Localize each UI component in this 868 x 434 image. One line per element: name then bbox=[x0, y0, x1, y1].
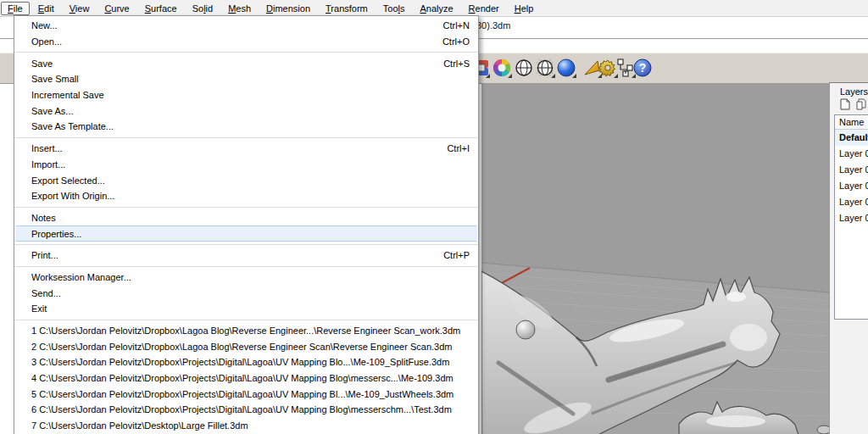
menu-item-label: Insert... bbox=[31, 143, 447, 153]
menu-item-shortcut: Ctrl+S bbox=[443, 58, 470, 69]
menu-curve[interactable]: Curve bbox=[97, 2, 136, 15]
file-menu-item-save[interactable]: SaveCtrl+S bbox=[14, 55, 478, 71]
new-sublayer-icon[interactable] bbox=[856, 98, 866, 112]
menubar: FileEditViewCurveSurfaceSolidMeshDimensi… bbox=[0, 0, 868, 17]
menu-dimension[interactable]: Dimension bbox=[259, 2, 317, 15]
file-menu-item-save-as-template[interactable]: Save As Template... bbox=[14, 119, 478, 135]
menu-separator bbox=[14, 320, 478, 320]
perspective-viewport[interactable] bbox=[481, 82, 829, 434]
menu-solid[interactable]: Solid bbox=[186, 2, 220, 15]
menu-item-label: 5 C:\Users\Jordan Pelovitz\Dropbox\Proje… bbox=[31, 389, 470, 399]
menu-item-label: Worksession Manager... bbox=[31, 272, 470, 282]
layer-row-layer-02[interactable]: Layer 02 bbox=[835, 162, 868, 178]
layers-column-name[interactable]: Name bbox=[835, 115, 868, 130]
menu-surface[interactable]: Surface bbox=[138, 2, 184, 15]
help-icon[interactable]: ? bbox=[632, 58, 653, 78]
menu-item-label: Print... bbox=[31, 250, 443, 260]
file-menu-item-send[interactable]: Send... bbox=[14, 285, 478, 301]
file-menu-item-notes[interactable]: Notes bbox=[14, 210, 478, 226]
menu-item-label: Save Small bbox=[31, 74, 470, 84]
layer-row-default[interactable]: Default bbox=[835, 130, 868, 146]
menu-view[interactable]: View bbox=[63, 2, 97, 15]
menu-help[interactable]: Help bbox=[508, 2, 541, 15]
menu-item-shortcut: Ctrl+P bbox=[443, 250, 470, 260]
menu-separator bbox=[14, 137, 478, 138]
file-menu-item-open[interactable]: Open...Ctrl+O bbox=[14, 34, 478, 50]
menu-item-label: Save bbox=[31, 58, 443, 69]
menu-item-label: Properties... bbox=[31, 229, 470, 239]
file-menu-item-import[interactable]: Import... bbox=[14, 157, 478, 173]
menu-item-shortcut: Ctrl+I bbox=[447, 143, 470, 153]
menu-item-label: Save As... bbox=[31, 106, 470, 116]
file-menu-item-worksession-manager[interactable]: Worksession Manager... bbox=[14, 270, 478, 286]
file-menu-item-recent-file-2[interactable]: 2 C:\Users\Jordan Pelovitz\Dropbox\Lagoa… bbox=[14, 338, 478, 354]
menu-item-label: Send... bbox=[31, 288, 470, 298]
color-wheel-icon[interactable] bbox=[492, 58, 512, 78]
menu-item-label: Open... bbox=[31, 36, 442, 47]
menu-item-label: Notes bbox=[31, 213, 470, 223]
command-history-text: 30).3dm bbox=[476, 20, 510, 31]
menu-item-label: 3 C:\Users\Jordan Pelovitz\Dropbox\Proje… bbox=[31, 357, 470, 367]
menu-item-shortcut: Ctrl+O bbox=[442, 36, 470, 47]
layers-panel-toolbar bbox=[840, 98, 866, 112]
file-menu-item-exit[interactable]: Exit bbox=[14, 301, 478, 317]
menu-item-label: Export Selected... bbox=[31, 175, 470, 186]
file-menu-item-incremental-save[interactable]: Incremental Save bbox=[14, 87, 478, 103]
file-menu: New...Ctrl+NOpen...Ctrl+OSaveCtrl+SSave … bbox=[14, 15, 479, 434]
menu-analyze[interactable]: Analyze bbox=[413, 2, 459, 15]
menu-item-label: 7 C:\Users\Jordan Pelovitz\Desktop\Large… bbox=[31, 420, 470, 431]
layers-panel: Layers Name DefaultLayer 01Layer 02Layer… bbox=[829, 82, 868, 434]
wireframe-sphere-icon[interactable] bbox=[514, 58, 534, 78]
menu-separator bbox=[14, 266, 478, 267]
flyout-indicator bbox=[551, 74, 555, 78]
menu-separator bbox=[14, 244, 478, 245]
menu-render[interactable]: Render bbox=[462, 2, 506, 15]
menu-item-label: 2 C:\Users\Jordan Pelovitz\Dropbox\Lagoa… bbox=[31, 342, 470, 352]
menu-tools[interactable]: Tools bbox=[376, 2, 412, 15]
menu-transform[interactable]: Transform bbox=[319, 2, 375, 15]
file-menu-item-export-with-origin[interactable]: Export With Origin... bbox=[14, 188, 478, 204]
file-menu-item-recent-file-5[interactable]: 5 C:\Users\Jordan Pelovitz\Dropbox\Proje… bbox=[14, 386, 478, 402]
layers-list: Name DefaultLayer 01Layer 02Layer 03Laye… bbox=[834, 114, 868, 320]
file-menu-item-print[interactable]: Print...Ctrl+P bbox=[14, 248, 478, 264]
menu-separator bbox=[14, 52, 478, 53]
file-menu-item-insert[interactable]: Insert...Ctrl+I bbox=[14, 141, 478, 157]
menu-item-label: Export With Origin... bbox=[31, 191, 470, 201]
layer-row-layer-04[interactable]: Layer 04 bbox=[835, 194, 868, 210]
shaded-sphere-icon[interactable] bbox=[556, 58, 576, 78]
menu-item-label: Incremental Save bbox=[31, 90, 470, 100]
flyout-indicator bbox=[486, 74, 490, 78]
menu-mesh[interactable]: Mesh bbox=[221, 2, 258, 15]
menu-item-label: 1 C:\Users\Jordan Pelovitz\Dropbox\Lagoa… bbox=[31, 326, 470, 336]
menu-item-label: New... bbox=[31, 20, 443, 31]
menu-file[interactable]: File bbox=[1, 2, 30, 15]
file-menu-item-recent-file-4[interactable]: 4 C:\Users\Jordan Pelovitz\Dropbox\Proje… bbox=[14, 370, 478, 387]
menu-item-label: Save As Template... bbox=[31, 121, 470, 131]
viewport-canvas bbox=[481, 83, 829, 434]
menu-item-shortcut: Ctrl+N bbox=[443, 20, 470, 31]
file-menu-item-recent-file-3[interactable]: 3 C:\Users\Jordan Pelovitz\Dropbox\Proje… bbox=[14, 354, 478, 370]
flyout-indicator bbox=[572, 74, 576, 78]
menu-item-label: 6 C:\Users\Jordan Pelovitz\Dropbox\Proje… bbox=[31, 404, 470, 415]
file-menu-item-save-small[interactable]: Save Small bbox=[14, 71, 478, 87]
layer-row-layer-01[interactable]: Layer 01 bbox=[835, 146, 868, 162]
file-menu-item-new[interactable]: New...Ctrl+N bbox=[14, 18, 478, 34]
svg-text:?: ? bbox=[639, 61, 647, 75]
gridded-sphere-icon[interactable] bbox=[535, 58, 555, 78]
app-window: FileEditViewCurveSurfaceSolidMeshDimensi… bbox=[0, 0, 868, 434]
layer-row-layer-05[interactable]: Layer 05 bbox=[835, 210, 868, 226]
file-menu-item-export-selected[interactable]: Export Selected... bbox=[14, 172, 478, 188]
menu-edit[interactable]: Edit bbox=[31, 2, 61, 15]
file-menu-item-save-as[interactable]: Save As... bbox=[14, 103, 478, 119]
file-menu-item-recent-file-6[interactable]: 6 C:\Users\Jordan Pelovitz\Dropbox\Proje… bbox=[14, 402, 478, 418]
menu-separator bbox=[14, 207, 478, 208]
file-menu-item-recent-file-7[interactable]: 7 C:\Users\Jordan Pelovitz\Desktop\Large… bbox=[14, 418, 478, 434]
file-menu-item-recent-file-1[interactable]: 1 C:\Users\Jordan Pelovitz\Dropbox\Lagoa… bbox=[14, 323, 478, 339]
menu-item-label: Exit bbox=[31, 303, 470, 314]
new-layer-icon[interactable] bbox=[840, 98, 850, 112]
layers-panel-title: Layers bbox=[840, 86, 868, 97]
layer-row-layer-03[interactable]: Layer 03 bbox=[835, 178, 868, 194]
flyout-indicator bbox=[508, 74, 512, 78]
file-menu-item-properties[interactable]: Properties... bbox=[15, 225, 477, 242]
mesh-bolt-dome bbox=[516, 320, 535, 339]
